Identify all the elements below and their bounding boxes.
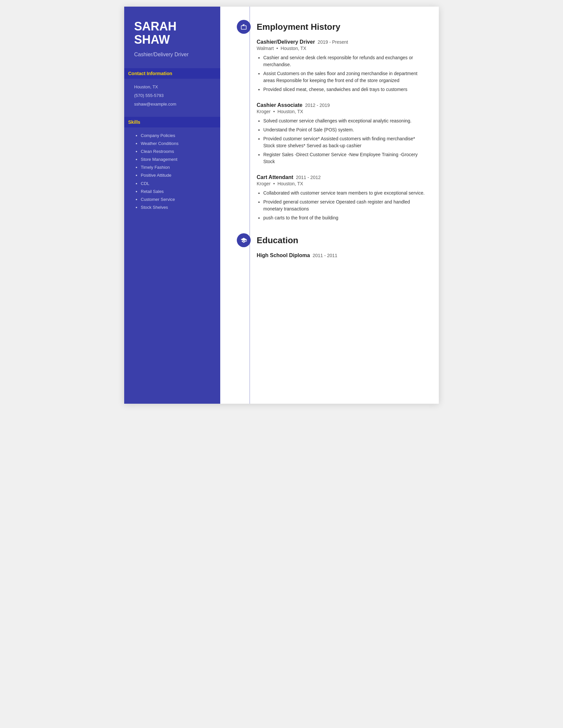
job-title: Cashier/Delivery Driver bbox=[257, 39, 315, 45]
skill-item: CDL bbox=[141, 181, 210, 187]
skill-item: Stock Shelves bbox=[141, 205, 210, 210]
job-bullets: Solved customer service challenges with … bbox=[257, 117, 426, 165]
resume-container: SARAH SHAW Cashier/Delivery Driver Conta… bbox=[124, 7, 439, 404]
graduation-icon bbox=[237, 233, 251, 247]
skill-item: Positive Attitude bbox=[141, 172, 210, 178]
job-title: Cart Attendant bbox=[257, 174, 294, 180]
bullet-item: Provided sliced meat, cheese, sandwiches… bbox=[263, 86, 426, 93]
skill-item: Clean Restrooms bbox=[141, 149, 210, 155]
edu-item: High School Diploma2011 - 2011 bbox=[237, 252, 426, 258]
contact-phone: (570) 555-5793 bbox=[134, 93, 210, 99]
edu-dates: 2011 - 2011 bbox=[313, 253, 338, 258]
skills-list: Company PoliciesWeather ConditionsClean … bbox=[134, 133, 210, 211]
job-company: Walmart • Houston, TX bbox=[257, 46, 426, 51]
education-title: Education bbox=[257, 235, 299, 246]
contact-email: sshaw@example.com bbox=[134, 101, 210, 107]
edu-container: High School Diploma2011 - 2011 bbox=[237, 252, 426, 258]
skill-item: Customer Service bbox=[141, 197, 210, 203]
education-header-row: Education bbox=[237, 233, 426, 247]
jobs-container: Cashier/Delivery Driver2019 - PresentWal… bbox=[237, 39, 426, 221]
job-item: Cashier/Delivery Driver2019 - PresentWal… bbox=[237, 39, 426, 93]
sidebar: SARAH SHAW Cashier/Delivery Driver Conta… bbox=[124, 7, 220, 404]
skill-item: Retail Sales bbox=[141, 189, 210, 195]
contact-section: Contact Information Houston, TX (570) 55… bbox=[134, 68, 210, 108]
employment-title: Employment History bbox=[257, 22, 341, 32]
job-item: Cashier Associate2012 - 2019Kroger • Hou… bbox=[237, 102, 426, 165]
bullet-item: Provided customer service* Assisted cust… bbox=[263, 135, 426, 149]
skill-item: Store Management bbox=[141, 157, 210, 162]
job-dates: 2012 - 2019 bbox=[305, 103, 330, 108]
edu-degree: High School Diploma bbox=[257, 252, 310, 258]
bullet-item: push carts to the front of the building bbox=[263, 214, 426, 221]
job-company: Kroger • Houston, TX bbox=[257, 109, 426, 114]
candidate-name: SARAH SHAW bbox=[134, 20, 210, 46]
job-bullets: Collaborated with customer service team … bbox=[257, 190, 426, 221]
briefcase-icon bbox=[237, 20, 251, 34]
job-dates: 2011 - 2012 bbox=[296, 175, 321, 180]
contact-location: Houston, TX bbox=[134, 84, 210, 90]
bullet-item: Collaborated with customer service team … bbox=[263, 190, 426, 197]
skills-section: Skills Company PoliciesWeather Condition… bbox=[134, 117, 210, 211]
skills-header: Skills bbox=[124, 117, 220, 127]
bullet-item: Understand the Point of Sale (POS) syste… bbox=[263, 126, 426, 133]
bullet-item: Solved customer service challenges with … bbox=[263, 117, 426, 124]
job-bullets: Cashier and service desk clerk responsib… bbox=[257, 54, 426, 93]
skill-item: Timely Fashion bbox=[141, 164, 210, 170]
main-content: Employment History Cashier/Delivery Driv… bbox=[220, 7, 439, 404]
bullet-item: Provided general customer service Operat… bbox=[263, 199, 426, 212]
job-dates: 2019 - Present bbox=[318, 39, 348, 45]
skill-item: Company Policies bbox=[141, 133, 210, 139]
employment-section: Employment History Cashier/Delivery Driv… bbox=[237, 20, 426, 221]
bullet-item: Assist Customers on the sales floor and … bbox=[263, 70, 426, 84]
bullet-item: Cashier and service desk clerk responsib… bbox=[263, 54, 426, 68]
candidate-title: Cashier/Delivery Driver bbox=[134, 51, 210, 58]
employment-header-row: Employment History bbox=[237, 20, 426, 34]
skill-item: Weather Conditions bbox=[141, 141, 210, 147]
job-title: Cashier Associate bbox=[257, 102, 303, 108]
job-company: Kroger • Houston, TX bbox=[257, 181, 426, 186]
job-item: Cart Attendant2011 - 2012Kroger • Housto… bbox=[237, 174, 426, 221]
contact-header: Contact Information bbox=[124, 68, 220, 79]
bullet-item: Register Sales -Direct Customer Service … bbox=[263, 151, 426, 165]
education-section: Education High School Diploma2011 - 2011 bbox=[237, 233, 426, 258]
